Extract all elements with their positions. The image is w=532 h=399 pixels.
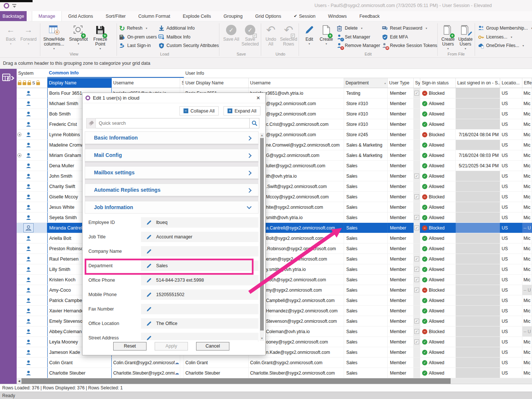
horizontal-scrollbar-thumb[interactable] (21, 378, 451, 384)
cell-effective[interactable]: Mic (522, 233, 532, 243)
tab-manage[interactable]: Manage (32, 11, 62, 21)
section-job-information[interactable]: Job Information (85, 201, 259, 214)
cell-location[interactable]: US (500, 119, 522, 129)
cell-location[interactable]: US (500, 192, 522, 202)
cell-last-signed-in[interactable] (456, 295, 500, 305)
apply-button[interactable]: Apply (155, 342, 188, 351)
cell-location[interactable]: US (500, 150, 522, 160)
cell-department[interactable]: Sales & Marketing (344, 140, 388, 150)
cell-signin-status[interactable]: ✓Allowed (420, 233, 456, 243)
cell-sync[interactable]: ✓ (414, 316, 420, 326)
cell-department[interactable]: Sales (344, 285, 388, 295)
cell-location[interactable]: US (500, 347, 522, 357)
cell-effective[interactable]: Mic (522, 109, 532, 119)
tab-backstage[interactable]: Backstage (0, 11, 27, 21)
cell-effective[interactable]: Mic (522, 192, 532, 202)
section-automatic-replies-settings[interactable]: Automatic Replies settings (85, 184, 259, 196)
reset-password-button[interactable]: ** Reset Password ▾ (382, 24, 427, 32)
cell-sync[interactable]: ✓ (414, 275, 420, 285)
cell-user-type[interactable]: Member (388, 171, 414, 181)
search-button[interactable] (250, 118, 259, 128)
cell-department[interactable]: Sales (344, 368, 388, 378)
cell-username2[interactable]: Charlotte.Steuber@sygx2.onmicrosoft.com (249, 368, 344, 378)
cell-signin-status[interactable]: ✓Allowed (420, 254, 456, 264)
cell-signin-status[interactable]: ✓Allowed (420, 347, 456, 357)
cell-user-type[interactable]: Member (388, 233, 414, 243)
cell-department[interactable]: Sales (344, 337, 388, 347)
set-manager-button[interactable]: ✓ Set Manager (337, 33, 370, 41)
cell-sync[interactable]: ✓ (414, 295, 420, 305)
field-value[interactable]: 514-844-2373 ext.5998 (141, 275, 259, 285)
cell-location[interactable]: US (500, 275, 522, 285)
cell-location[interactable]: US (500, 337, 522, 347)
cell-location[interactable]: US (500, 109, 522, 119)
cell-sync[interactable]: ✓ (414, 161, 420, 171)
cell-signin-status[interactable]: −Blocked (420, 326, 456, 336)
cell-user-type[interactable]: Member (388, 161, 414, 171)
custom-security-attributes-button[interactable]: Custom Security Attributes (158, 42, 219, 49)
grid-tools-icon[interactable] (2, 73, 15, 84)
cell-signin-status[interactable]: ✓Allowed (420, 161, 456, 171)
quick-access-menu-icon[interactable] (12, 4, 16, 7)
cell-user-type[interactable]: Member (388, 295, 414, 305)
cell-last-signed-in[interactable] (456, 358, 500, 368)
cell-last-signed-in[interactable] (456, 326, 500, 336)
undo-selected-rows-button[interactable]: ↶✓ Selected Rows (279, 23, 298, 47)
cell-department[interactable]: Store #310 (344, 119, 388, 129)
cell-signin-status[interactable]: ✓Allowed (420, 212, 456, 222)
cell-last-signed-in[interactable] (456, 202, 500, 212)
cell-department[interactable]: Sales (344, 326, 388, 336)
cell-signin-status[interactable]: ✓Allowed (420, 337, 456, 347)
band-system[interactable]: System (17, 69, 47, 78)
horizontal-scrollbar-track[interactable] (451, 378, 532, 384)
cell-last-signed-in[interactable]: 7/16/2024 08:03 PM (456, 150, 500, 160)
freeze-point-button[interactable]: + Freeze Point ▾ (90, 23, 111, 50)
additional-info-button[interactable]: Additional Info (158, 24, 195, 32)
cell-user-type[interactable]: Member (388, 368, 414, 378)
scroll-down-icon[interactable]: ▼ (260, 337, 264, 340)
cell-last-signed-in[interactable] (456, 181, 500, 191)
cell-sync[interactable]: ✓ (414, 171, 420, 181)
column-header-user-type[interactable]: User Type (388, 78, 414, 88)
cell-last-signed-in[interactable] (456, 140, 500, 150)
field-value[interactable]: The Office (141, 318, 259, 329)
cell-location[interactable]: US (500, 264, 522, 274)
cell-user-type[interactable]: Member (388, 223, 414, 233)
cell-signin-status[interactable]: ✓Allowed (420, 306, 456, 316)
cell-user-type[interactable]: Member (388, 337, 414, 347)
cell-sync[interactable]: ✓ (414, 130, 420, 140)
cell-department[interactable]: Sales (344, 202, 388, 212)
cell-signin-status[interactable]: ✓Allowed (420, 275, 456, 285)
cell-last-signed-in[interactable] (456, 88, 500, 98)
remove-manager-button[interactable]: × Remove Manager (337, 42, 380, 49)
cell-location[interactable]: US (500, 306, 522, 316)
cell-last-signed-in[interactable] (456, 233, 500, 243)
undo-all-button[interactable]: ↶ Undo All (263, 23, 279, 47)
cell-department[interactable]: Sales (344, 347, 388, 357)
cell-sync[interactable]: ✓ (414, 212, 420, 222)
cell-location[interactable]: US (500, 171, 522, 181)
cell-user-type[interactable]: Member (388, 244, 414, 254)
cell-department[interactable]: Sales (344, 264, 388, 274)
cell-effective[interactable]: Mic (522, 316, 532, 326)
cell-sync[interactable]: ✓ (414, 98, 420, 108)
cell-sync[interactable]: ✓ (414, 337, 420, 347)
cell-sync[interactable]: ✓ (414, 192, 420, 202)
cell-location[interactable]: US (500, 244, 522, 254)
cell-effective[interactable]: Mic (522, 244, 532, 254)
cell-last-signed-in[interactable] (456, 316, 500, 326)
tab-column-format[interactable]: Column Format (132, 11, 176, 21)
cell-signin-status[interactable]: ✓Allowed (420, 368, 456, 378)
cell-location[interactable]: US (500, 202, 522, 212)
cell-last-signed-in[interactable] (456, 119, 500, 129)
cell-location[interactable]: US (500, 223, 522, 233)
cancel-button[interactable]: Cancel (196, 342, 229, 351)
band-common-info[interactable]: Common Info (47, 69, 184, 78)
cell-location[interactable]: US (500, 368, 522, 378)
cell-location[interactable]: US (500, 285, 522, 295)
cell-effective[interactable]: -- U (522, 285, 532, 295)
cell-user-type[interactable]: Member (388, 264, 414, 274)
cell-location[interactable]: US (500, 358, 522, 368)
cell-signin-status[interactable]: ✓Allowed (420, 119, 456, 129)
cell-sync[interactable]: ✓ (414, 254, 420, 264)
